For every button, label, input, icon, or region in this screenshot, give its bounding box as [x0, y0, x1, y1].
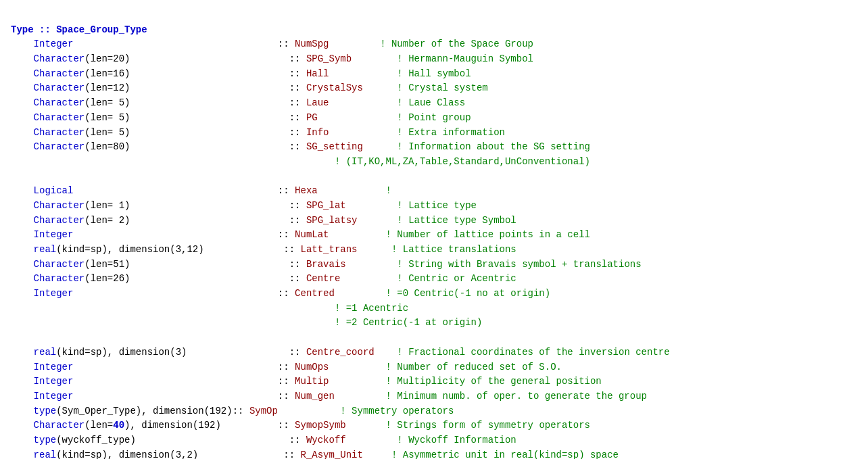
line-integer-numops: Integer :: NumOps ! Number of reduced se… [11, 362, 562, 372]
line-integer-numlat: Integer :: NumLat ! Number of lattice po… [11, 229, 590, 240]
line-char-spgsymb: Character(len=20) :: SPG_Symb ! Hermann-… [11, 53, 533, 64]
line-type-symop: type(Sym_Oper_Type), dimension(192):: Sy… [11, 406, 454, 416]
line-char-info: Character(len= 5) :: Info ! Extra inform… [11, 127, 505, 138]
line-char-bravais: Character(len=51) :: Bravais ! String wi… [11, 259, 642, 270]
line-real-latttrans: real(kind=sp), dimension(3,12) :: Latt_t… [11, 244, 516, 255]
line-integer-numspg: Integer :: NumSpg ! Number of the Space … [11, 39, 533, 49]
line-real-rasymunit: real(kind=sp), dimension(3,2) :: R_Asym_… [11, 450, 619, 459]
line-integer-numgen: Integer :: Num_gen ! Minimum numb. of op… [11, 391, 647, 402]
line-integer-centred: Integer :: Centred ! =0 Centric(-1 no at… [11, 288, 550, 299]
line-comment-acentric: ! =1 Acentric [11, 303, 408, 314]
line-char-hall: Character(len=16) :: Hall ! Hall symbol [11, 68, 471, 79]
line-comment-sgsetting2: ! (IT,KO,ML,ZA,Table,Standard,UnConventi… [11, 156, 590, 167]
line-char-spglat: Character(len= 1) :: SPG_lat ! Lattice t… [11, 200, 477, 211]
line-char-symopsymb: Character(len=40), dimension(192) :: Sym… [11, 420, 590, 431]
line-char-pg: Character(len= 5) :: PG ! Point group [11, 112, 471, 123]
line-integer-multip: Integer :: Multip ! Multiplicity of the … [11, 376, 602, 387]
line-logical-hexa: Logical :: Hexa ! [11, 185, 391, 196]
keyword-type: Type :: Space_Group_Type [11, 24, 147, 35]
line-char-spglatsy: Character(len= 2) :: SPG_latsy ! Lattice… [11, 215, 516, 226]
line-char-crystalsys: Character(len=12) :: CrystalSys ! Crysta… [11, 82, 488, 93]
line-char-centre: Character(len=26) :: Centre ! Centric or… [11, 273, 516, 284]
code-block: Type :: Space_Group_Type Integer :: NumS… [11, 8, 857, 459]
line-type-wyckoff: type(wyckoff_type) :: Wyckoff ! Wyckoff … [11, 435, 516, 445]
line-char-laue: Character(len= 5) :: Laue ! Laue Class [11, 97, 465, 108]
line-real-centrecoord: real(kind=sp), dimension(3) :: Centre_co… [11, 347, 670, 358]
line-comment-centric2: ! =2 Centric(-1 at origin) [11, 317, 482, 328]
line-char-sgsetting: Character(len=80) :: SG_setting ! Inform… [11, 141, 590, 152]
